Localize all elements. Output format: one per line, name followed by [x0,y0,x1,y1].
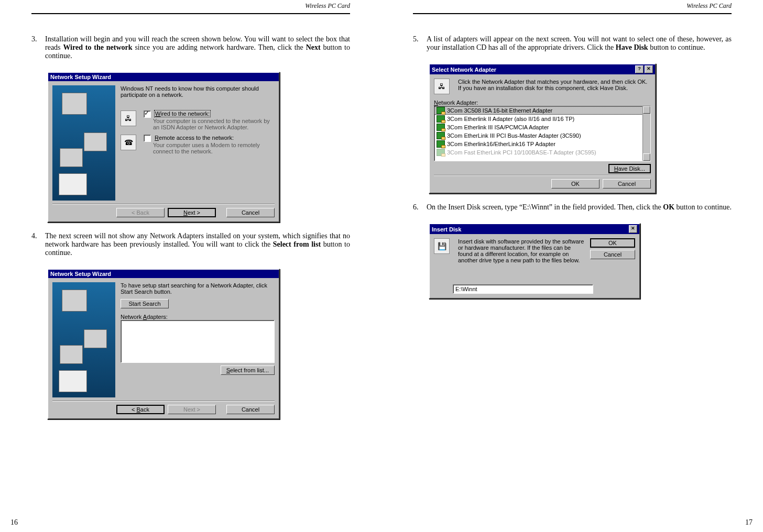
list-item-label: 3Com 3C508 ISA 16-bit Ethernet Adapter [447,107,552,114]
text: button to continue. [648,43,705,51]
wizard-intro: Windows NT needs to know how this comput… [121,85,275,98]
step-4: 4. The next screen will not show any Net… [31,232,350,257]
checkbox-icon [144,135,151,142]
step-body: A list of adapters will appear on the ne… [427,35,732,52]
modem-icon: ☎ [121,135,136,150]
step-number: 4. [31,232,45,257]
text-bold: Next [306,43,321,51]
list-item[interactable]: 3Com EtherLink III PCI Bus-Master Adapte… [434,131,650,140]
disk-icon: 💾 [434,238,450,254]
list-item[interactable]: 3Com Fast EtherLink PCI 10/100BASE-T Ada… [434,148,650,157]
list-item[interactable]: 3Com 3C508 ISA 16-bit Ethernet Adapter [434,106,650,115]
step-number: 6. [413,203,427,212]
step-6: 6. On the Insert Disk screen, type “E:\W… [413,203,732,212]
dialog-instruction: Click the Network Adapter that matches y… [458,79,651,94]
net-card-icon [437,149,445,156]
adapters-listbox[interactable] [121,320,275,363]
net-card-icon [437,124,445,131]
checkbox-wired[interactable]: Wired to the network: [144,110,275,118]
ok-button[interactable]: OK [590,238,635,248]
text: button to continue. [674,203,732,211]
step-body: The next screen will not show any Networ… [45,232,350,257]
window-network-setup-wizard-1: Network Setup Wizard Windows NT needs to… [47,72,280,223]
wired-description: Your computer is connected to the networ… [153,118,275,130]
net-card-icon [437,107,445,114]
scrollbar[interactable] [642,106,650,161]
text-bold: OK [663,203,674,211]
button-row: < Back Next > Cancel [52,405,275,414]
checkbox-remote[interactable]: Remote access to the network: [144,135,275,142]
cancel-button[interactable]: Cancel [590,250,635,259]
next-button: Next > [168,405,216,414]
steps-list: 4. The next screen will not show any Net… [31,232,350,265]
list-item[interactable]: 3Com Etherlink III ISA/PCMCIA Adapter [434,123,650,131]
steps-list: 3. Installation will begin and you will … [31,35,350,69]
window-title: Network Setup Wizard [50,271,277,277]
dialog-title: Insert Disk [432,226,628,232]
checkbox-label: Wired to the network: [155,110,210,117]
button-row: < Back Next > Cancel [52,208,275,217]
dialog-instruction: Insert disk with software provided by th… [458,238,586,263]
wizard-intro: To have setup start searching for a Netw… [121,282,275,295]
list-item-label: 3Com Etherlink III ISA/PCMCIA Adapter [447,124,549,130]
text-bold: Have Disk [616,43,648,51]
cancel-button[interactable]: Cancel [226,208,275,217]
page-header: Wireless PC Card [413,0,732,14]
back-button[interactable]: < Back [116,405,165,414]
window-title: Network Setup Wizard [50,74,277,80]
adapters-label: Network Adapters: [121,314,275,320]
page-left: Wireless PC Card 3. Installation will be… [0,0,382,532]
cancel-button[interactable]: Cancel [603,179,651,189]
help-button[interactable]: ? [635,65,644,73]
have-disk-button[interactable]: Have Disk... [608,164,651,173]
step-body: Installation will begin and you will rea… [45,35,350,60]
dialog-insert-disk: Insert Disk ✕ 💾 Insert disk with softwar… [429,223,640,299]
list-item-label: 3Com Fast EtherLink PCI 10/100BASE-T Ada… [447,149,596,156]
start-search-button[interactable]: Start Search [121,299,169,308]
window-client: Windows NT needs to know how this comput… [48,81,279,221]
wizard-sidebar-art [52,282,115,397]
list-item-label: 3Com Etherlink16/EtherLink16 TP Adapter [447,141,555,147]
step-body: On the Insert Disk screen, type “E:\Winn… [427,203,732,212]
step-5: 5. A list of adapters will appear on the… [413,35,732,52]
close-button[interactable]: ✕ [645,65,653,73]
step-3: 3. Installation will begin and you will … [31,35,350,60]
text-bold: Select from list [273,240,321,248]
select-from-list-button[interactable]: Select from list... [221,365,275,375]
titlebar[interactable]: Select Network Adapter ? ✕ [430,64,655,74]
adapter-listbox[interactable]: 3Com 3C508 ISA 16-bit Ethernet Adapter 3… [434,106,651,161]
page-number: 17 [745,518,753,527]
net-card-icon [437,140,445,148]
next-button[interactable]: Next > [168,208,216,217]
list-item-label: 3Com Etherlink II Adapter (also II/16 an… [447,116,574,122]
list-item[interactable]: 3Com Etherlink16/EtherLink16 TP Adapter [434,140,650,148]
list-item[interactable]: 3Com Etherlink II Adapter (also II/16 an… [434,115,650,123]
text: since you are adding network hardware. T… [133,43,306,51]
remote-description: Your computer uses a Modem to remotely c… [153,142,275,154]
net-card-icon [437,115,445,123]
dialog-select-network-adapter: Select Network Adapter ? ✕ 🖧 Click the N… [429,63,656,194]
titlebar[interactable]: Insert Disk ✕ [430,224,639,234]
window-client: To have setup start searching for a Netw… [48,278,279,418]
net-card-icon [437,132,445,139]
page-right: Wireless PC Card 5. A list of adapters w… [382,0,763,532]
checkbox-label: Remote access to the network: [155,135,234,141]
page-header: Wireless PC Card [31,0,350,14]
titlebar[interactable]: Network Setup Wizard [48,270,279,278]
adapter-icon: 🖧 [434,79,450,94]
cancel-button[interactable]: Cancel [226,405,275,414]
titlebar[interactable]: Network Setup Wizard [48,73,279,81]
path-input[interactable]: E:\Winnt [453,284,593,294]
wizard-sidebar-art [52,85,115,201]
step-number: 5. [413,35,427,52]
text-bold: Wired to the network [63,43,132,51]
close-button[interactable]: ✕ [629,225,637,233]
window-network-setup-wizard-2: Network Setup Wizard To have setup start… [47,269,280,419]
page-number: 16 [10,518,18,527]
list-item-label: 3Com EtherLink III PCI Bus-Master Adapte… [447,132,581,139]
ok-button[interactable]: OK [551,179,600,189]
back-button: < Back [116,208,165,217]
dialog-title: Select Network Adapter [432,66,634,73]
step-number: 3. [31,35,45,60]
network-icon: 🖧 [121,110,136,126]
